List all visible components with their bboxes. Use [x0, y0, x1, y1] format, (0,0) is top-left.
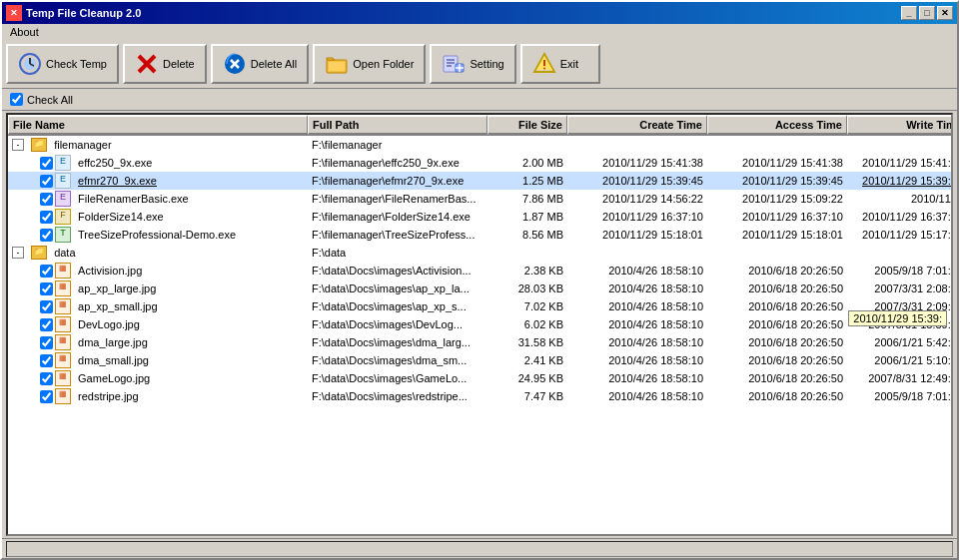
file-list-container: File Name Full Path File Size Create Tim…: [6, 113, 953, 536]
file-access: 2010/11/29 15:18:01: [707, 228, 847, 242]
row-checkbox[interactable]: [40, 318, 53, 331]
expander-filemanager[interactable]: -: [12, 139, 24, 151]
delete-button[interactable]: Delete: [123, 44, 207, 84]
group-path-data: F:\data: [308, 246, 487, 260]
file-size: 24.95 KB: [487, 371, 567, 385]
file-create: 2010/11/29 14:56:22: [567, 192, 707, 206]
row-checkbox[interactable]: [40, 193, 53, 206]
check-all-label: Check All: [27, 94, 73, 106]
title-buttons: _ □ ✕: [901, 6, 953, 20]
folder-exe-icon: F: [55, 209, 71, 225]
open-folder-button[interactable]: Open Folder: [313, 44, 426, 84]
write-time-tooltip: 2010/11/29 15:39:: [848, 310, 947, 326]
row-checkbox[interactable]: [40, 229, 53, 242]
row-checkbox[interactable]: [40, 354, 53, 367]
check-all-checkbox[interactable]: [10, 93, 23, 106]
table-row[interactable]: ▦ ap_xp_small.jpg F:\data\Docs\images\ap…: [8, 297, 951, 315]
header-createtime[interactable]: Create Time: [567, 115, 707, 135]
delete-all-icon: [223, 52, 247, 76]
folder-icon: 📁: [31, 138, 47, 152]
file-access: 2010/6/18 20:26:50: [707, 353, 847, 367]
table-row[interactable]: ▦ dma_large.jpg F:\data\Docs\images\dma_…: [8, 333, 951, 351]
toolbar: Check Temp Delete Delete All: [2, 40, 957, 89]
img-icon: ▦: [55, 263, 71, 279]
file-create: 2010/4/26 18:58:10: [567, 317, 707, 331]
row-checkbox[interactable]: [40, 157, 53, 170]
file-size: 7.02 KB: [487, 299, 567, 313]
title-bar-left: ✕ Temp File Cleanup 2.0: [6, 5, 141, 21]
row-checkbox[interactable]: [40, 282, 53, 295]
row-checkbox[interactable]: [40, 372, 53, 385]
file-name: FolderSize14.exe: [78, 211, 164, 223]
table-row[interactable]: T TreeSizeProfessional-Demo.exe F:\filem…: [8, 226, 951, 244]
table-row[interactable]: ▦ dma_small.jpg F:\data\Docs\images\dma_…: [8, 351, 951, 369]
group-path-filemanager: F:\filemanager: [308, 138, 487, 152]
group-name-data: data: [54, 247, 75, 259]
table-row[interactable]: E effc250_9x.exe F:\filemanager\effc250_…: [8, 154, 951, 172]
file-path: F:\data\Docs\images\DevLog...: [308, 317, 487, 331]
file-list-body[interactable]: - 📁 filemanager F:\filemanager E effc250…: [8, 136, 951, 534]
table-row[interactable]: E efmr270_9x.exe F:\filemanager\efmr270_…: [8, 172, 951, 190]
delete-all-button[interactable]: Delete All: [211, 44, 309, 84]
header-writetime[interactable]: Write Time: [847, 115, 953, 135]
file-write: 2010/11/29 15:41:40: [847, 156, 951, 170]
file-path: F:\filemanager\efmr270_9x.exe: [308, 174, 487, 188]
table-row[interactable]: ▦ DevLogo.jpg F:\data\Docs\images\DevLog…: [8, 315, 951, 333]
row-checkbox[interactable]: [40, 390, 53, 403]
file-name: FileRenamerBasic.exe: [78, 193, 189, 205]
file-size: 31.58 KB: [487, 335, 567, 349]
table-row[interactable]: F FolderSize14.exe F:\filemanager\Folder…: [8, 208, 951, 226]
minimize-button[interactable]: _: [901, 6, 917, 20]
img-icon: ▦: [55, 388, 71, 404]
table-row[interactable]: E FileRenamerBasic.exe F:\filemanager\Fi…: [8, 190, 951, 208]
file-path: F:\filemanager\FileRenamerBas...: [308, 192, 487, 206]
setting-button[interactable]: Setting: [430, 44, 515, 84]
close-button[interactable]: ✕: [937, 6, 953, 20]
file-write: 2005/9/18 7:01:54: [847, 389, 951, 403]
file-size: 8.56 MB: [487, 228, 567, 242]
expander-data[interactable]: -: [12, 247, 24, 259]
file-name: ap_xp_small.jpg: [78, 300, 158, 312]
table-row[interactable]: ▦ GameLogo.jpg F:\data\Docs\images\GameL…: [8, 369, 951, 387]
exit-button[interactable]: Exit: [520, 44, 600, 84]
row-checkbox[interactable]: [40, 265, 53, 278]
file-name: dma_small.jpg: [78, 354, 149, 366]
file-size: 1.25 MB: [487, 174, 567, 188]
table-row[interactable]: ▦ redstripe.jpg F:\data\Docs\images\reds…: [8, 387, 951, 405]
header-fullpath[interactable]: Full Path: [308, 115, 487, 135]
table-row[interactable]: ▦ ap_xp_large.jpg F:\data\Docs\images\ap…: [8, 280, 951, 297]
header-accesstime[interactable]: Access Time: [707, 115, 847, 135]
header-filename[interactable]: File Name: [8, 115, 308, 135]
file-access: 2010/6/18 20:26:50: [707, 299, 847, 313]
row-checkbox[interactable]: [40, 300, 53, 313]
file-create: 2010/11/29 15:39:45: [567, 174, 707, 188]
file-write: 2010/11/29 15:17:48: [847, 228, 951, 242]
row-checkbox[interactable]: [40, 211, 53, 224]
main-window: ✕ Temp File Cleanup 2.0 _ □ ✕ About Chec…: [0, 0, 959, 560]
file-create: 2010/11/29 16:37:10: [567, 210, 707, 224]
img-icon: ▦: [55, 316, 71, 332]
file-path: F:\data\Docs\images\ap_xp_s...: [308, 299, 487, 313]
app-icon: ✕: [6, 5, 22, 21]
file-write: 2007/8/31 12:49:06: [847, 371, 951, 385]
status-bar: [2, 538, 957, 558]
group-row[interactable]: - 📁 data F:\data: [8, 244, 951, 262]
table-row[interactable]: ▦ Activision.jpg F:\data\Docs\images\Act…: [8, 262, 951, 280]
file-name: TreeSizeProfessional-Demo.exe: [78, 229, 236, 241]
open-folder-label: Open Folder: [353, 58, 414, 70]
svg-point-19: [543, 68, 545, 70]
row-checkbox[interactable]: [40, 336, 53, 349]
file-create: 2010/11/29 15:41:38: [567, 156, 707, 170]
header-filesize[interactable]: File Size: [487, 115, 567, 135]
file-access: 2010/11/29 15:09:22: [707, 192, 847, 206]
file-access: 2010/11/29 15:39:45: [707, 174, 847, 188]
group-row[interactable]: - 📁 filemanager F:\filemanager: [8, 136, 951, 154]
check-temp-button[interactable]: Check Temp: [6, 44, 119, 84]
file-create: 2010/4/26 18:58:10: [567, 281, 707, 295]
row-checkbox[interactable]: [40, 175, 53, 188]
exe-icon: E: [55, 155, 71, 171]
file-name: ap_xp_large.jpg: [78, 282, 156, 294]
menu-item-about[interactable]: About: [6, 24, 43, 40]
maximize-button[interactable]: □: [919, 6, 935, 20]
file-path: F:\filemanager\effc250_9x.exe: [308, 156, 487, 170]
